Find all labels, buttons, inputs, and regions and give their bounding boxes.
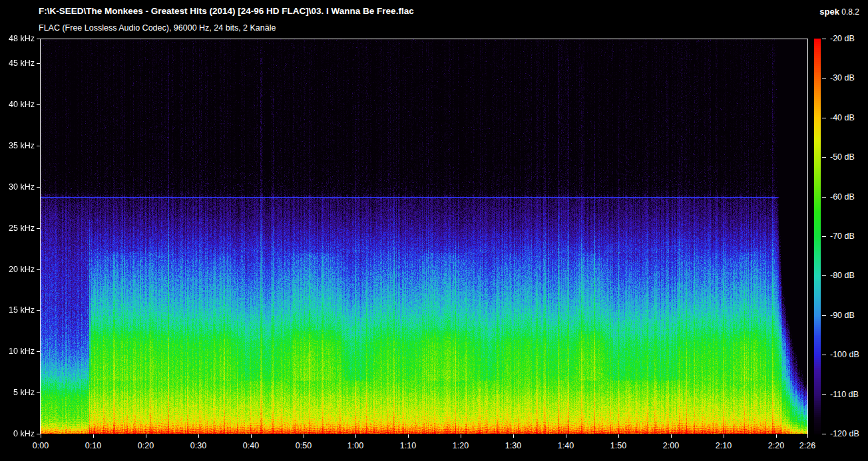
freq-tick-label: 10 kHz (0, 346, 35, 357)
freq-tick (37, 434, 40, 434)
time-tick-label: 1:00 (339, 440, 371, 451)
db-tick-label: -30 dB (830, 73, 855, 83)
time-tick (41, 434, 41, 438)
db-tick (822, 236, 826, 237)
time-tick-label: 2:26 (791, 440, 823, 451)
app-version: spek 0.8.2 (819, 7, 859, 17)
time-tick-label: 1:30 (497, 440, 529, 451)
time-tick (671, 434, 672, 438)
freq-tick-label: 48 kHz (0, 33, 35, 44)
freq-tick-label: 25 kHz (0, 223, 35, 233)
app-version-number: 0.8.2 (841, 7, 859, 17)
freq-tick (37, 104, 40, 105)
time-tick-label: 0:10 (77, 440, 109, 451)
time-tick (198, 434, 199, 438)
spectrogram-canvas (41, 39, 807, 434)
freq-tick-label: 35 kHz (0, 140, 35, 151)
file-path-title: F:\K-SEED\The Monkees - Greatest Hits (2… (39, 6, 414, 16)
db-colorbar-canvas (814, 39, 821, 434)
freq-tick-label: 5 kHz (0, 387, 35, 398)
freq-tick (37, 187, 40, 188)
db-tick (822, 434, 826, 434)
time-tick (408, 434, 409, 438)
db-tick (822, 315, 826, 316)
app-name: spek (819, 7, 839, 17)
freq-tick-label: 20 kHz (0, 264, 35, 275)
time-tick-label: 0:20 (130, 440, 162, 451)
time-tick (776, 434, 777, 438)
time-tick (807, 434, 808, 438)
time-tick-label: 1:20 (445, 440, 477, 451)
db-tick-label: -70 dB (830, 231, 855, 241)
time-tick-label: 2:10 (708, 440, 740, 451)
time-tick (724, 434, 724, 438)
db-tick (822, 355, 826, 355)
db-tick-label: -80 dB (830, 270, 855, 281)
time-tick (618, 434, 619, 438)
db-tick (822, 39, 826, 39)
time-tick-label: 0:30 (182, 440, 214, 451)
freq-tick-label: 45 kHz (0, 58, 35, 69)
time-tick (146, 434, 146, 438)
freq-tick-label: 30 kHz (0, 182, 35, 192)
time-tick-label: 0:00 (25, 440, 57, 451)
db-tick-label: -120 dB (830, 428, 859, 439)
db-tick-label: -50 dB (830, 152, 855, 162)
freq-tick (37, 228, 40, 229)
freq-tick (37, 392, 40, 393)
time-tick-label: 1:10 (392, 440, 424, 451)
time-tick-label: 1:50 (602, 440, 634, 451)
time-tick (304, 434, 304, 438)
db-tick (822, 394, 826, 395)
time-tick (566, 434, 566, 438)
db-tick (822, 197, 826, 198)
freq-tick (37, 146, 40, 146)
db-tick-label: -40 dB (830, 112, 855, 123)
time-tick-label: 2:20 (760, 440, 792, 451)
db-tick-label: -20 dB (830, 33, 855, 44)
spek-window: F:\K-SEED\The Monkees - Greatest Hits (2… (0, 0, 868, 461)
time-tick (513, 434, 514, 438)
db-tick (822, 275, 826, 276)
freq-tick-label: 40 kHz (0, 99, 35, 110)
freq-tick (37, 269, 40, 270)
db-tick (822, 157, 826, 158)
db-tick-label: -100 dB (830, 349, 859, 360)
freq-tick (37, 63, 40, 64)
audio-format-info: FLAC (Free Lossless Audio Codec), 96000 … (39, 23, 276, 33)
time-tick (355, 434, 356, 438)
freq-tick (37, 351, 40, 352)
time-tick-label: 0:50 (288, 440, 320, 451)
time-tick (461, 434, 461, 438)
db-tick (822, 78, 826, 78)
time-tick-label: 1:40 (550, 440, 582, 451)
time-tick-label: 2:00 (655, 440, 687, 451)
time-tick (93, 434, 94, 438)
db-tick-label: -110 dB (830, 389, 859, 400)
db-tick (822, 118, 826, 118)
freq-tick (37, 310, 40, 311)
plot-frame-right (807, 39, 808, 434)
db-tick-label: -60 dB (830, 192, 855, 202)
freq-tick-label: 0 kHz (0, 428, 35, 439)
freq-tick-label: 15 kHz (0, 305, 35, 315)
db-tick-label: -90 dB (830, 310, 855, 321)
time-tick-label: 0:40 (235, 440, 267, 451)
time-tick (251, 434, 252, 438)
freq-tick (37, 39, 40, 39)
